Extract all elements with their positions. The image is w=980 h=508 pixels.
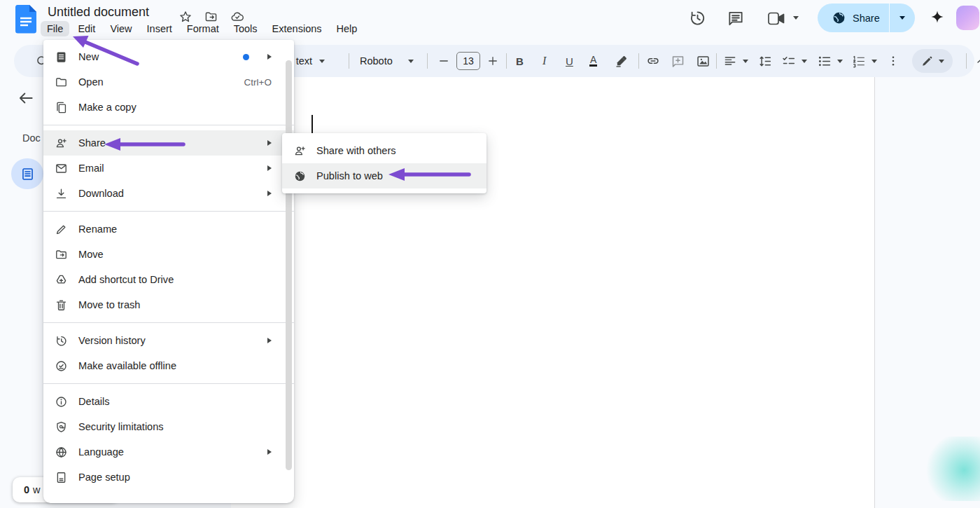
more-options-icon[interactable]	[887, 45, 899, 77]
font-caret-icon	[408, 60, 414, 63]
numbered-list-caret-icon	[872, 60, 877, 63]
menu-insert[interactable]: Insert	[141, 21, 178, 36]
comments-icon[interactable]	[727, 9, 745, 27]
file-menu-item-share[interactable]: Share	[43, 130, 294, 156]
submenu-arrow-icon	[267, 165, 272, 171]
document-title[interactable]: Untitled document	[48, 5, 149, 20]
file-menu-item-version-history[interactable]: Version history	[43, 328, 294, 353]
back-arrow-icon[interactable]	[17, 89, 35, 107]
file-menu-item-security-limitations[interactable]: Security limitations	[43, 414, 294, 439]
file-menu-item-language[interactable]: Language	[43, 439, 294, 465]
font-size-value: 13	[456, 52, 480, 70]
file-menu-item-move-to-trash[interactable]: Move to trash	[43, 292, 294, 317]
details-icon	[55, 395, 68, 409]
video-call-icon[interactable]	[767, 11, 786, 27]
editing-mode-dropdown[interactable]	[912, 49, 953, 73]
version-history-icon[interactable]	[688, 9, 706, 27]
publish-web-icon	[293, 170, 307, 183]
numbered-list-dropdown[interactable]	[851, 45, 877, 77]
insert-image-icon[interactable]	[696, 45, 710, 77]
submenu-arrow-icon	[267, 191, 272, 196]
word-count-value: 0	[24, 484, 29, 495]
share-globe-icon	[832, 11, 846, 25]
menu-bar: File Edit View Insert Format Tools Exten…	[41, 21, 363, 36]
file-menu-item-move[interactable]: Move	[43, 242, 294, 267]
menu-extensions[interactable]: Extensions	[266, 21, 328, 36]
file-menu-item-details[interactable]: Details	[43, 389, 294, 414]
highlight-color-icon[interactable]	[614, 45, 629, 77]
word-count-suffix: w	[33, 484, 40, 495]
menu-item-label: Email	[78, 163, 104, 174]
menu-view[interactable]: View	[104, 21, 138, 36]
menu-item-label: Share	[78, 137, 106, 149]
menu-item-label: Download	[78, 188, 124, 199]
insert-link-icon[interactable]	[645, 45, 661, 77]
file-menu-item-add-shortcut-to-drive[interactable]: Add shortcut to Drive	[43, 267, 294, 292]
submenu-item-publish-to-web[interactable]: Publish to web	[282, 163, 486, 188]
menu-item-label: Move	[78, 249, 104, 260]
file-menu-item-open[interactable]: Open Ctrl+O	[43, 69, 294, 95]
bulleted-list-caret-icon	[837, 60, 843, 63]
line-spacing-icon[interactable]	[757, 45, 772, 77]
menu-help[interactable]: Help	[330, 21, 364, 36]
file-menu-item-page-setup[interactable]: Page setup	[43, 465, 294, 490]
share-dropdown[interactable]	[890, 16, 915, 20]
italic-button[interactable]: I	[542, 45, 546, 77]
file-menu-item-email[interactable]: Email	[43, 156, 294, 181]
menu-item-label: Language	[78, 446, 124, 458]
gemini-sparkle-icon[interactable]	[929, 8, 946, 27]
menu-format[interactable]: Format	[181, 21, 225, 36]
menu-file[interactable]: File	[41, 21, 69, 36]
menu-item-label: Make a copy	[78, 102, 136, 113]
menu-item-label: Move to trash	[78, 299, 140, 310]
toolbar-divider	[716, 53, 717, 69]
file-menu: New Open Ctrl+O Make a copy Share Email …	[43, 40, 294, 503]
security-icon	[55, 420, 68, 434]
share-submenu: Share with others Publish to web	[282, 133, 486, 193]
menu-item-label: New	[78, 51, 99, 62]
font-family-dropdown[interactable]: Roboto	[360, 45, 414, 77]
cursor-highlight-blob	[919, 437, 980, 501]
file-menu-item-rename[interactable]: Rename	[43, 217, 294, 242]
align-dropdown[interactable]	[723, 45, 748, 77]
submenu-arrow-icon	[267, 140, 272, 146]
menu-item-label: Version history	[78, 335, 146, 346]
rename-icon	[55, 223, 68, 236]
menu-item-label: Page setup	[78, 472, 130, 483]
google-docs-logo-icon[interactable]	[15, 5, 36, 34]
submenu-item-share-with-others[interactable]: Share with others	[282, 138, 486, 163]
numbered-list-icon	[851, 54, 866, 69]
file-menu-item-make-a-copy[interactable]: Make a copy	[43, 95, 294, 120]
file-menu-item-new[interactable]: New	[43, 44, 294, 69]
doc-tab-icon	[20, 167, 35, 181]
bulleted-list-dropdown[interactable]	[817, 45, 843, 77]
file-menu-item-make-available-offline[interactable]: Make available offline	[43, 353, 294, 378]
menu-divider	[43, 322, 294, 323]
share-button[interactable]: Share	[818, 4, 915, 32]
page-setup-icon	[55, 471, 68, 484]
app-header: Untitled document File Edit View Insert …	[0, 0, 980, 42]
checklist-dropdown[interactable]	[781, 45, 807, 77]
font-size-field[interactable]: 13	[456, 45, 480, 77]
share-caret-icon	[899, 16, 905, 20]
menu-edit[interactable]: Edit	[71, 21, 102, 36]
bold-button[interactable]: B	[516, 45, 524, 77]
open-folder-icon	[55, 76, 68, 89]
decrease-font-size-button[interactable]	[438, 45, 450, 77]
drive-shortcut-icon	[55, 273, 68, 287]
collapse-toolbar-icon[interactable]	[974, 45, 980, 77]
toolbar-divider	[638, 53, 639, 69]
menu-tools[interactable]: Tools	[227, 21, 264, 36]
new-badge-dot	[243, 54, 249, 60]
new-document-icon	[55, 50, 68, 64]
account-avatar[interactable]	[956, 6, 979, 30]
add-comment-icon[interactable]	[671, 45, 685, 77]
underline-button[interactable]: U	[566, 45, 573, 77]
text-color-button[interactable]: A	[589, 45, 597, 77]
document-tab-item[interactable]	[11, 158, 43, 189]
increase-font-size-button[interactable]	[486, 45, 499, 77]
file-menu-item-download[interactable]: Download	[43, 181, 294, 206]
menu-item-label: Details	[78, 396, 110, 407]
video-call-caret-icon[interactable]	[793, 16, 799, 20]
menu-scrollbar[interactable]	[286, 60, 292, 470]
